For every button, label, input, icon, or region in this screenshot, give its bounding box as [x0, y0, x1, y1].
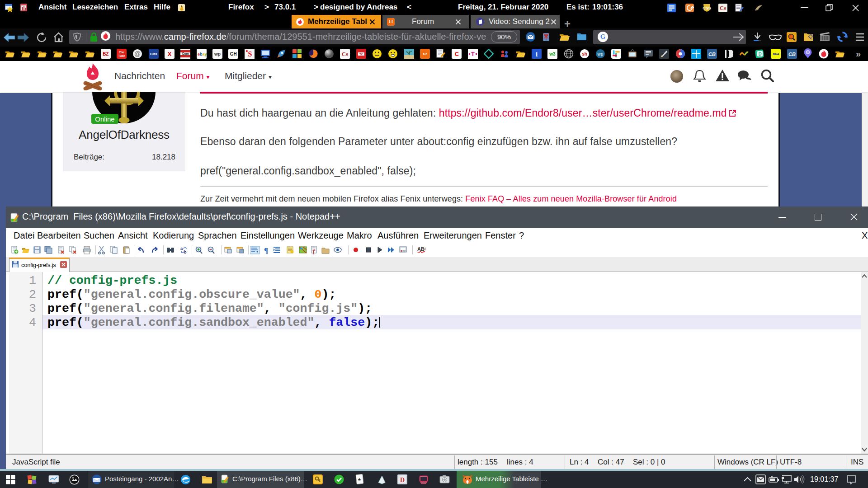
- svg-text:CSS: CSS: [703, 6, 711, 10]
- svg-text:i: i: [536, 51, 538, 58]
- svg-text:Com: Com: [182, 52, 189, 55]
- svg-text:CB: CB: [708, 52, 716, 57]
- svg-text:a: a: [180, 246, 183, 251]
- svg-text:CB: CB: [788, 52, 796, 57]
- svg-text:¶: ¶: [264, 246, 268, 254]
- svg-text:ebay: ebay: [198, 52, 207, 56]
- svg-text:TC: TC: [359, 53, 363, 56]
- svg-text:S: S: [248, 50, 252, 58]
- svg-text:T: T: [471, 51, 475, 57]
- svg-text:D: D: [758, 52, 761, 56]
- svg-text:ABC: ABC: [417, 246, 425, 252]
- svg-text:w3: w3: [549, 52, 556, 56]
- svg-text:D: D: [400, 477, 405, 483]
- svg-text:♠: ♠: [358, 476, 361, 483]
- svg-text:Cs: Cs: [720, 5, 726, 11]
- svg-text:b: b: [184, 250, 187, 254]
- svg-text:sh: sh: [582, 52, 587, 56]
- svg-text:Tube: Tube: [118, 54, 125, 57]
- svg-text:You: You: [119, 51, 124, 54]
- svg-text:Cs: Cs: [342, 51, 348, 57]
- svg-text:@: @: [134, 50, 141, 57]
- svg-text:wp: wp: [597, 52, 604, 56]
